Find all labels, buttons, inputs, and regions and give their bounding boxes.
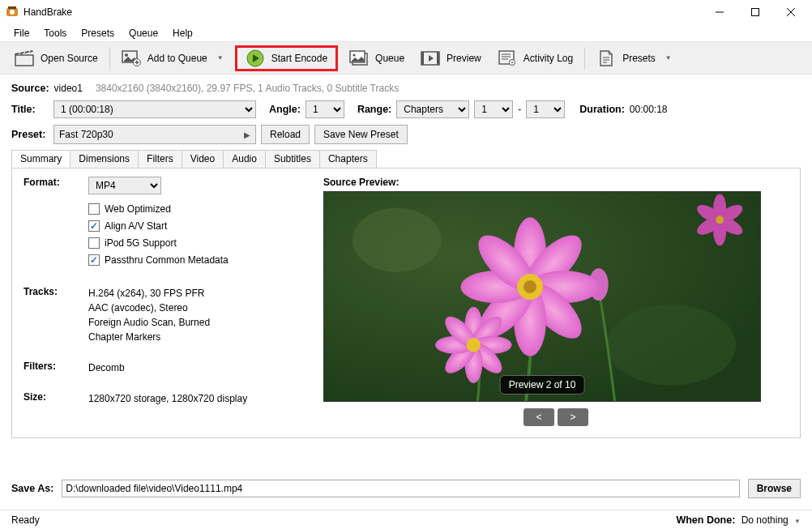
window-title: HandBrake <box>24 6 702 18</box>
start-encode-label: Start Encode <box>271 53 327 64</box>
range-label: Range: <box>357 104 391 115</box>
chevron-down-icon[interactable]: ▼ <box>665 54 672 62</box>
save-new-preset-button[interactable]: Save New Preset <box>314 125 408 144</box>
menu-help[interactable]: Help <box>165 26 200 41</box>
app-logo-icon <box>6 6 19 19</box>
angle-label: Angle: <box>269 104 301 115</box>
web-optimized-checkbox[interactable] <box>88 203 100 215</box>
menu-presets[interactable]: Presets <box>74 26 122 41</box>
svg-rect-7 <box>15 55 33 66</box>
queue-button[interactable]: Queue <box>341 45 412 71</box>
svg-point-19 <box>353 53 355 56</box>
browse-button[interactable]: Browse <box>748 479 801 498</box>
source-preview-image: Preview 2 of 10 <box>323 191 761 402</box>
titlebar: HandBrake <box>0 0 812 24</box>
svg-point-34 <box>607 305 736 386</box>
reload-preset-button[interactable]: Reload <box>261 125 310 144</box>
align-av-checkbox[interactable] <box>88 220 100 232</box>
svg-rect-4 <box>752 9 759 16</box>
save-as-label: Save As: <box>11 483 53 494</box>
title-select[interactable]: 1 (00:00:18) <box>53 100 256 118</box>
svg-point-54 <box>467 338 481 352</box>
play-icon <box>246 49 265 68</box>
title-label: Title: <box>11 104 49 115</box>
menu-file[interactable]: File <box>6 26 36 41</box>
range-type-select[interactable]: Chapters <box>396 100 469 118</box>
presets-button[interactable]: Presets ▼ <box>588 45 680 71</box>
duration-label: Duration: <box>579 104 625 115</box>
ipod-support-checkbox[interactable] <box>88 237 100 249</box>
preset-value: Fast 720p30 <box>59 129 113 140</box>
align-av-label: Align A/V Start <box>105 219 167 233</box>
preset-label: Preset: <box>11 129 49 140</box>
size-label: Size: <box>24 391 88 406</box>
source-meta: 3840x2160 (3840x2160), 29.97 FPS, 1 Audi… <box>96 83 399 94</box>
menubar: File Tools Presets Queue Help <box>0 24 812 42</box>
web-optimized-label: Web Optimized <box>105 202 171 216</box>
activity-log-label: Activity Log <box>524 53 573 64</box>
when-done-select[interactable]: Do nothing ▼ <box>741 514 801 526</box>
source-info: Source: video1 3840x2160 (3840x2160), 29… <box>11 83 801 94</box>
filters-value: Decomb <box>88 360 299 375</box>
open-source-label: Open Source <box>41 53 98 64</box>
passthru-metadata-label: Passthru Common Metadata <box>105 253 229 267</box>
preview-next-button[interactable]: > <box>558 408 588 426</box>
tab-dimensions[interactable]: Dimensions <box>70 150 139 168</box>
image-add-icon <box>122 49 141 68</box>
source-label: Source: <box>11 83 49 94</box>
range-to-select[interactable]: 1 <box>526 100 565 118</box>
svg-rect-21 <box>421 52 424 65</box>
save-as-path[interactable] <box>62 480 739 497</box>
add-to-queue-button[interactable]: Add to Queue ▼ <box>113 45 232 71</box>
queue-label: Queue <box>375 53 404 64</box>
toolbar: Open Source Add to Queue ▼ Start Encode … <box>0 42 812 75</box>
chevron-down-icon[interactable]: ▼ <box>217 54 224 62</box>
passthru-metadata-checkbox[interactable] <box>88 254 100 266</box>
preview-caption: Preview 2 of 10 <box>500 375 585 395</box>
start-encode-button[interactable]: Start Encode <box>235 45 338 71</box>
svg-point-1 <box>10 10 15 15</box>
maximize-button[interactable] <box>737 0 773 24</box>
size-value: 1280x720 storage, 1280x720 display <box>88 391 299 406</box>
image-stack-icon <box>349 49 369 68</box>
tab-video[interactable]: Video <box>182 150 224 168</box>
tabstrip: Summary Dimensions Filters Video Audio S… <box>11 150 801 168</box>
menu-tools[interactable]: Tools <box>36 26 74 41</box>
svg-point-12 <box>125 53 128 57</box>
document-icon <box>596 49 616 68</box>
open-source-button[interactable]: Open Source <box>6 45 106 71</box>
log-gear-icon <box>498 49 517 68</box>
format-label: Format: <box>24 177 88 270</box>
add-to-queue-label: Add to Queue <box>147 53 207 64</box>
statusbar: Ready When Done: Do nothing ▼ <box>0 510 812 529</box>
preview-label: Preview <box>447 53 481 64</box>
minimize-button[interactable] <box>702 0 737 24</box>
film-clapper-icon <box>15 49 34 68</box>
status-text: Ready <box>11 514 40 526</box>
preset-combo[interactable]: Fast 720p30 ▶ <box>53 125 256 144</box>
svg-rect-22 <box>437 52 439 65</box>
duration-value: 00:00:18 <box>630 104 668 115</box>
tab-audio[interactable]: Audio <box>223 150 266 168</box>
svg-point-33 <box>353 207 442 272</box>
ipod-support-label: iPod 5G Support <box>105 236 177 250</box>
angle-select[interactable]: 1 <box>306 100 344 118</box>
tab-filters[interactable]: Filters <box>138 150 182 168</box>
range-from-select[interactable]: 1 <box>474 100 513 118</box>
tab-chapters[interactable]: Chapters <box>319 150 377 168</box>
source-preview-label: Source Preview: <box>323 177 788 188</box>
menu-queue[interactable]: Queue <box>122 26 165 41</box>
range-dash: - <box>518 104 521 115</box>
activity-log-button[interactable]: Activity Log <box>489 45 581 71</box>
format-select[interactable]: MP4 <box>88 177 161 194</box>
source-name: video1 <box>54 83 83 94</box>
tab-subtitles[interactable]: Subtitles <box>265 150 320 168</box>
tab-summary[interactable]: Summary <box>11 150 71 168</box>
close-button[interactable] <box>773 0 809 24</box>
tracks-value: H.264 (x264), 30 FPS PFR AAC (avcodec), … <box>88 286 299 344</box>
presets-label: Presets <box>622 53 656 64</box>
play-frame-icon <box>421 49 440 68</box>
preview-button[interactable]: Preview <box>412 45 489 71</box>
when-done-label: When Done: <box>676 514 735 526</box>
preview-prev-button[interactable]: < <box>524 408 554 426</box>
